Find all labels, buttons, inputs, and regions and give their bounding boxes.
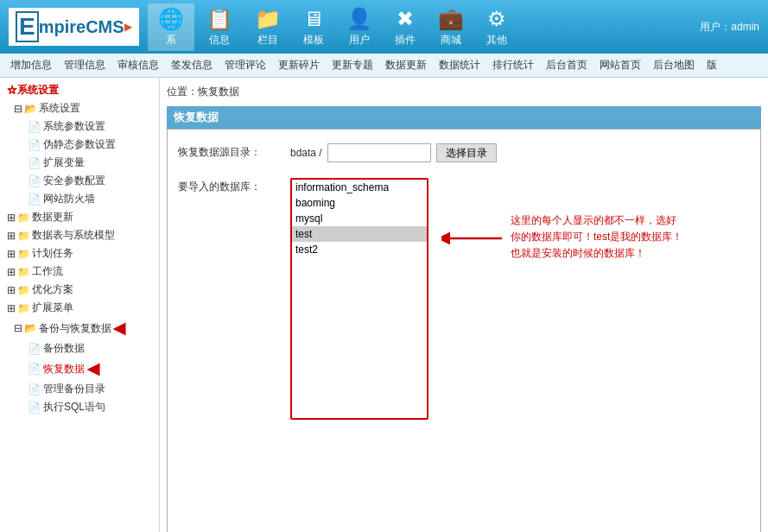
item-label-manage-backup: 管理备份目录 (43, 382, 105, 396)
sidebar-item-extend-vars[interactable]: 📄 扩展变量 (14, 154, 159, 172)
sidebar-sub-system: 📄 系统参数设置 📄 伪静态参数设置 📄 扩展变量 📄 安全参数配置 📄 (7, 117, 159, 208)
doc-icon-restore: 📄 (28, 363, 41, 375)
column-icon: 📁 (255, 7, 281, 31)
db-option-test[interactable]: test (292, 226, 427, 242)
dir-control: bdata / 选择目录 (290, 143, 750, 162)
folder-icon-workflow: 📁 (17, 266, 30, 278)
sidebar-item-restore-data[interactable]: 📄 恢复数据 ◀ (14, 358, 159, 380)
group-label-extend-menu: 扩展菜单 (32, 301, 73, 315)
header: E mpireCMS ▶ 🌐 系 📋 信息 📁 栏目 🖥 模板 👤 用户 ✖ 插… (0, 0, 768, 54)
form-area: 恢复数据源目录： bdata / 选择目录 要导入的数据库： informati… (167, 129, 761, 532)
sidebar-item-extend-menu[interactable]: ⊞ 📁 扩展菜单 (0, 299, 159, 317)
form-row-db: 要导入的数据库： information_schema baoming mysq… (178, 174, 750, 423)
toolbar-btn-update-fragment[interactable]: 更新碎片 (273, 56, 325, 74)
nav-item-plugin[interactable]: ✖ 插件 (384, 3, 426, 51)
nav-label-column: 栏目 (257, 33, 278, 48)
toolbar-btn-manage-comment[interactable]: 管理评论 (219, 56, 271, 74)
sidebar: ☆ ☆系统设置 ⊟ 📂 系统设置 📄 系统参数设置 📄 伪静态参数设置 📄 (0, 78, 160, 532)
toolbar-btn-backend-map[interactable]: 后台地图 (648, 56, 700, 74)
plugin-icon: ✖ (397, 7, 414, 31)
sidebar-item-optimize[interactable]: ⊞ 📁 优化方案 (0, 281, 159, 299)
arrow-restore: ◀ (87, 359, 99, 378)
toolbar-btn-rank-stats[interactable]: 排行统计 (487, 56, 539, 74)
sidebar-item-workflow[interactable]: ⊞ 📁 工作流 (0, 263, 159, 281)
toolbar: 增加信息 管理信息 审核信息 签发信息 管理评论 更新碎片 更新专题 数据更新 … (0, 54, 768, 78)
annotation-arrow-container (441, 221, 511, 258)
plus-icon: ⊟ (14, 103, 22, 115)
annotation-text: 这里的每个人显示的都不一样，选好你的数据库即可！test是我的数据库！也就是安装… (511, 212, 683, 263)
plus-icon-5: ⊞ (7, 266, 16, 278)
db-option-test2[interactable]: test2 (292, 242, 427, 257)
sidebar-item-data-update[interactable]: ⊞ 📁 数据更新 (0, 208, 159, 226)
sidebar-item-backup-restore[interactable]: ⊟ 📂 备份与恢复数据 ◀ (7, 317, 159, 339)
doc-icon-4: 📄 (28, 175, 41, 187)
nav-label-plugin: 插件 (395, 33, 416, 48)
item-label-restore-data: 恢复数据 (43, 362, 85, 377)
toolbar-btn-data-update[interactable]: 数据更新 (380, 56, 432, 74)
item-label-static-params: 伪静态参数设置 (43, 137, 116, 152)
sidebar-item-manage-backup[interactable]: 📄 管理备份目录 (14, 380, 159, 398)
nav-label-shop: 商城 (441, 33, 461, 48)
arrow-backup: ◀ (113, 319, 125, 338)
annotation-container: 这里的每个人显示的都不一样，选好你的数据库即可！test是我的数据库！也就是安装… (441, 212, 683, 263)
section-header: 恢复数据 (167, 106, 761, 129)
db-control: information_schema baoming mysql test te… (290, 178, 750, 420)
toolbar-btn-data-stats[interactable]: 数据统计 (434, 56, 486, 74)
sidebar-item-system-params[interactable]: 📄 系统参数设置 (14, 117, 159, 136)
db-option-info[interactable]: information_schema (292, 180, 427, 195)
logo-e: E (16, 11, 39, 42)
nav-item-column[interactable]: 📁 栏目 (244, 3, 291, 51)
sidebar-group-backup: ⊟ 📂 备份与恢复数据 ◀ 📄 备份数据 📄 恢复数据 ◀ 📄 管理备份目录 (0, 317, 159, 416)
sidebar-item-firewall[interactable]: 📄 网站防火墙 (14, 190, 159, 208)
group-label-optimize: 优化方案 (32, 282, 73, 297)
toolbar-btn-update-topic[interactable]: 更新专题 (327, 56, 378, 74)
db-option-mysql[interactable]: mysql (292, 211, 427, 226)
sidebar-item-system-settings[interactable]: ⊟ 📂 系统设置 (7, 99, 159, 117)
nav-item-system[interactable]: 🌐 系 (148, 3, 194, 51)
nav-label-info: 信息 (209, 33, 230, 48)
system-icon: 🌐 (158, 7, 184, 31)
nav-label-system: 系 (166, 33, 176, 48)
select-dir-button[interactable]: 选择目录 (436, 143, 497, 162)
toolbar-btn-add-info[interactable]: 增加信息 (5, 56, 57, 74)
form-row-dir: 恢复数据源目录： bdata / 选择目录 (178, 140, 750, 166)
nav-item-other[interactable]: ⚙ 其他 (476, 3, 517, 51)
group-label-schedule: 计划任务 (32, 246, 73, 261)
nav-label-other: 其他 (486, 33, 507, 48)
plus-icon-2: ⊞ (7, 212, 16, 224)
toolbar-btn-manage-info[interactable]: 管理信息 (59, 56, 111, 74)
folder-icon-optimize: 📁 (17, 284, 30, 296)
toolbar-btn-audit-info[interactable]: 审核信息 (112, 56, 164, 74)
sidebar-item-security[interactable]: 📄 安全参数配置 (14, 172, 159, 190)
nav-item-user[interactable]: 👤 用户 (336, 3, 383, 51)
doc-icon-sql: 📄 (28, 402, 41, 414)
sidebar-item-schedule[interactable]: ⊞ 📁 计划任务 (0, 244, 159, 263)
group-label-data-update: 数据更新 (32, 210, 73, 225)
dir-label: 恢复数据源目录： (178, 143, 290, 160)
toolbar-btn-publish-info[interactable]: 签发信息 (166, 56, 218, 74)
nav-item-shop[interactable]: 💼 商城 (428, 3, 474, 51)
toolbar-btn-version[interactable]: 版 (701, 56, 722, 74)
sidebar-item-static-params[interactable]: 📄 伪静态参数设置 (14, 136, 159, 154)
sidebar-item-data-table[interactable]: ⊞ 📁 数据表与系统模型 (0, 226, 159, 244)
group-label-workflow: 工作流 (32, 264, 63, 279)
nav-item-template[interactable]: 🖥 模板 (293, 3, 334, 51)
sidebar-sub-backup: 📄 备份数据 📄 恢复数据 ◀ 📄 管理备份目录 📄 执行SQL语句 (7, 339, 159, 416)
template-icon: 🖥 (303, 7, 324, 31)
group-label-backup: 备份与恢复数据 (39, 321, 111, 336)
item-label-system-params: 系统参数设置 (43, 119, 105, 134)
toolbar-btn-site-home[interactable]: 网站首页 (594, 56, 646, 74)
sidebar-title-text: ☆系统设置 (5, 83, 59, 98)
db-listbox[interactable]: information_schema baoming mysql test te… (290, 178, 428, 420)
db-option-baoming[interactable]: baoming (292, 195, 427, 211)
doc-icon-5: 📄 (28, 193, 41, 206)
nav-item-info[interactable]: 📋 信息 (196, 3, 243, 51)
logo: E mpireCMS ▶ (9, 8, 139, 46)
dir-input[interactable] (327, 143, 431, 162)
plus-icon-7: ⊞ (7, 302, 16, 314)
doc-icon-3: 📄 (28, 157, 41, 169)
user-label: 用户：admin (700, 21, 759, 33)
sidebar-item-execute-sql[interactable]: 📄 执行SQL语句 (14, 398, 159, 416)
toolbar-btn-backend-home[interactable]: 后台首页 (541, 56, 593, 74)
sidebar-item-backup-data[interactable]: 📄 备份数据 (14, 339, 159, 358)
